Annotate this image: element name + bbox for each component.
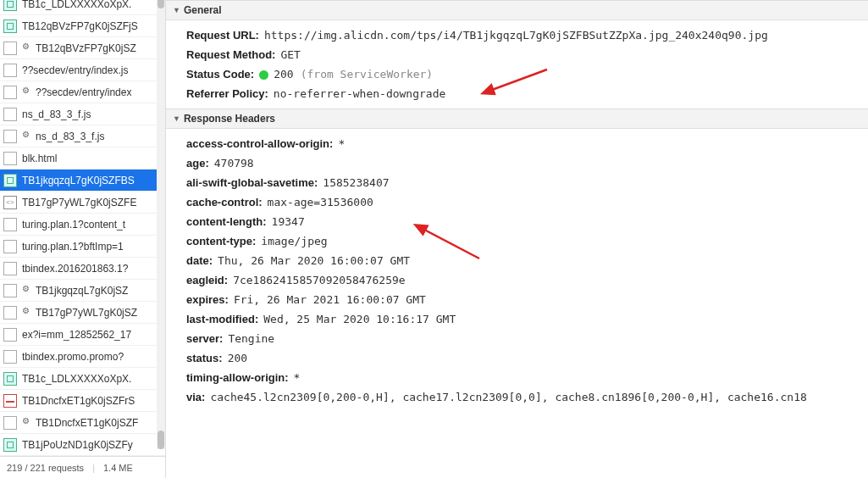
request-list-item[interactable]: ns_d_83_3_f.js <box>0 103 165 125</box>
request-list-item[interactable]: TB17gP7yWL7gK0jSZ <box>0 302 165 324</box>
request-name: TB17gP7yWL7gK0jSZ <box>36 307 137 319</box>
scrollbar[interactable] <box>157 0 165 449</box>
header-value: 200 <box>228 352 247 364</box>
separator: | <box>92 463 95 473</box>
response-header-row: expires:Fri, 26 Mar 2021 16:00:07 GMT <box>186 290 868 309</box>
scroll-thumb[interactable] <box>158 0 164 8</box>
other-icon <box>3 262 17 275</box>
request-list-item[interactable]: turing.plan.1?content_t <box>0 214 165 236</box>
header-name: access-control-allow-origin: <box>186 137 333 150</box>
header-value: 19347 <box>272 215 305 228</box>
header-name: date: <box>186 254 213 267</box>
request-list-item[interactable]: TB1c_LDLXXXXXoXpX. <box>0 0 165 15</box>
gear-icon <box>22 285 33 296</box>
header-name: ali-swift-global-savetime: <box>186 176 318 189</box>
header-name: content-type: <box>186 235 256 247</box>
request-name: TB1DncfxET1gK0jSZF <box>36 417 138 429</box>
value: 200 <box>259 68 293 81</box>
request-name: ex?i=mm_12852562_17 <box>22 329 131 341</box>
gear-icon <box>22 417 33 428</box>
header-name: last-modified: <box>186 313 258 325</box>
other-icon <box>3 350 17 364</box>
response-header-row: cache-control:max-age=31536000 <box>186 192 868 212</box>
response-header-row: content-type:image/jpeg <box>186 231 868 251</box>
header-name: cache-control: <box>186 196 263 208</box>
request-list-item[interactable]: TB1c_LDLXXXXXoXpX. <box>0 368 165 390</box>
header-value: Thu, 26 Mar 2020 16:00:07 GMT <box>218 254 410 267</box>
request-list-item[interactable]: TB1jkgqzqL7gK0jSZ <box>0 280 165 302</box>
request-list-item[interactable]: turing.plan.1?bftImp=1 <box>0 236 165 258</box>
status-dot-icon <box>259 70 268 80</box>
image-icon <box>3 19 17 33</box>
image-icon <box>3 174 17 187</box>
other-icon <box>3 64 17 77</box>
other-icon <box>3 42 17 55</box>
section-general-header[interactable]: ▼ General <box>166 0 868 20</box>
status-code-number: 200 <box>274 68 293 81</box>
header-name: age: <box>186 157 209 170</box>
header-value: max-age=31536000 <box>268 196 373 208</box>
request-list-item[interactable]: ??secdev/entry/index.js <box>0 59 165 81</box>
transfer-size: 1.4 ME <box>103 463 133 473</box>
other-icon <box>3 306 17 320</box>
response-header-row: last-modified:Wed, 25 Mar 2020 10:16:17 … <box>186 309 868 329</box>
request-list-item[interactable]: ??secdev/entry/index <box>0 81 165 103</box>
other-icon <box>3 284 17 297</box>
request-list-item[interactable]: ns_d_83_3_f.js <box>0 125 165 147</box>
response-header-row: server:Tengine <box>186 329 868 348</box>
other-icon <box>3 328 17 342</box>
request-list-item[interactable]: TB1DncfxET1gK0jSZF <box>0 412 165 434</box>
request-list-item[interactable]: ex?i=mm_12852562_17 <box>0 324 165 346</box>
network-request-sidebar: TB1c_LDLXXXXXoXpX.TB12qBVzFP7gK0jSZFjSTB… <box>0 0 166 478</box>
request-list-item[interactable]: blk.html <box>0 147 165 170</box>
response-header-row: ali-swift-global-savetime:1585238407 <box>186 173 868 192</box>
request-name: ns_d_83_3_f.js <box>22 108 91 120</box>
response-header-row: access-control-allow-origin:* <box>186 134 868 153</box>
request-name: blk.html <box>22 153 57 164</box>
value: GET <box>280 48 300 61</box>
header-name: eagleid: <box>186 274 228 286</box>
request-list-item[interactable]: TB17gP7yWL7gK0jSZFE <box>0 192 165 214</box>
other-icon <box>3 130 17 143</box>
request-list-item[interactable]: TB12qBVzFP7gK0jSZFjS <box>0 15 165 37</box>
request-list-item[interactable]: TB12qBVzFP7gK0jSZ <box>0 37 165 59</box>
request-list-item[interactable]: TB1DncfxET1gK0jSZFrS <box>0 390 165 412</box>
response-header-row: timing-allow-origin:* <box>186 368 868 387</box>
image-icon <box>3 372 17 386</box>
html-icon <box>3 196 17 209</box>
section-response-header[interactable]: ▼ Response Headers <box>166 108 868 129</box>
scroll-thumb[interactable] <box>158 431 164 449</box>
request-name: TB1jkgqzqL7gK0jSZ <box>36 285 128 297</box>
header-name: status: <box>186 352 223 364</box>
request-name: TB17gP7yWL7gK0jSZFE <box>22 197 136 208</box>
disclosure-triangle-icon: ▼ <box>173 114 180 123</box>
request-list-item[interactable]: tbindex.2016201863.1? <box>0 258 165 280</box>
status-source: (from ServiceWorker) <box>301 68 434 81</box>
request-name: TB1jkgqzqL7gK0jSZFBS <box>22 175 135 186</box>
request-name: ns_d_83_3_f.js <box>36 131 104 142</box>
request-method-row: Request Method: GET <box>186 45 868 64</box>
header-name: server: <box>186 332 223 345</box>
response-header-row: date:Thu, 26 Mar 2020 16:00:07 GMT <box>186 251 868 270</box>
response-header-row: via:cache45.l2cn2309[0,200-0,H], cache17… <box>186 387 868 407</box>
header-name: content-length: <box>186 215 267 228</box>
request-name: turing.plan.1?content_t <box>22 219 125 231</box>
header-value: * <box>338 137 345 150</box>
request-name: tbindex.2016201863.1? <box>22 263 128 275</box>
request-list-item[interactable]: TB1jPoUzND1gK0jSZFy <box>0 434 165 456</box>
header-value: Fri, 26 Mar 2021 16:00:07 GMT <box>234 293 426 306</box>
header-value: image/jpeg <box>261 235 327 247</box>
response-header-row: content-length:19347 <box>186 212 868 231</box>
value: no-referrer-when-downgrade <box>274 87 446 100</box>
request-list[interactable]: TB1c_LDLXXXXXoXpX.TB12qBVzFP7gK0jSZFjSTB… <box>0 0 165 456</box>
other-icon <box>3 108 17 121</box>
header-name: timing-allow-origin: <box>186 371 289 384</box>
request-list-item[interactable]: TB1jkgqzqL7gK0jSZFBS <box>0 170 165 192</box>
section-title: General <box>184 4 222 16</box>
header-value: 1585238407 <box>323 176 389 189</box>
header-value: 470798 <box>214 157 254 170</box>
request-list-item[interactable]: tbindex.promo.promo? <box>0 346 165 368</box>
image-icon <box>3 0 17 11</box>
request-name: tbindex.promo.promo? <box>22 351 124 363</box>
section-title: Response Headers <box>184 113 275 125</box>
